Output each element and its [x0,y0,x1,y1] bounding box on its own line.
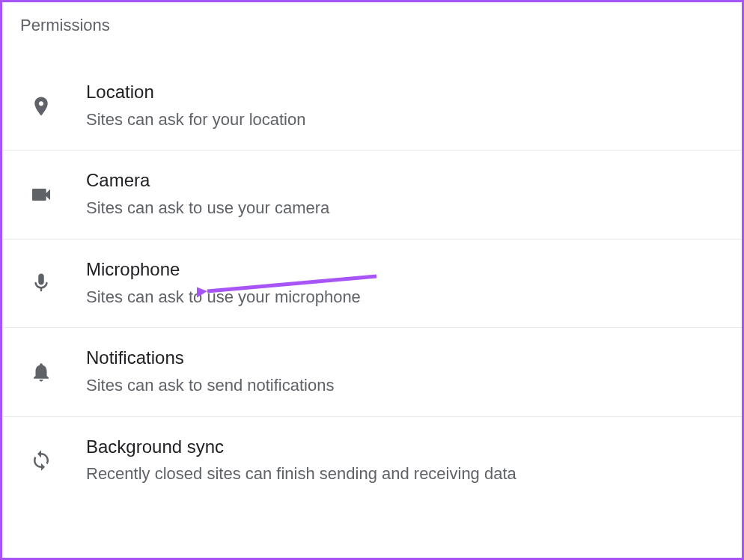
text-group: Notifications Sites can ask to send noti… [86,347,334,396]
item-title: Camera [86,170,329,192]
location-icon [28,93,55,120]
permission-item-background-sync[interactable]: Background sync Recently closed sites ca… [2,417,742,505]
microphone-icon [28,270,55,296]
section-title: Permissions [2,2,742,46]
permission-item-microphone[interactable]: Microphone Sites can ask to use your mic… [2,240,742,328]
item-subtitle: Recently closed sites can finish sending… [86,463,516,485]
item-subtitle: Sites can ask to send notifications [86,375,334,397]
item-title: Microphone [86,259,361,281]
permission-item-location[interactable]: Location Sites can ask for your location [2,62,742,150]
permission-item-camera[interactable]: Camera Sites can ask to use your camera [2,150,742,239]
text-group: Camera Sites can ask to use your camera [86,170,329,219]
item-subtitle: Sites can ask to use your microphone [86,287,361,308]
permissions-list: Location Sites can ask for your location… [2,46,742,505]
sync-icon [28,447,55,474]
permissions-panel: Permissions Location Sites can ask for y… [0,0,744,560]
text-group: Microphone Sites can ask to use your mic… [86,259,361,308]
item-subtitle: Sites can ask for your location [86,109,305,131]
camera-icon [28,181,55,208]
item-title: Location [86,82,305,103]
text-group: Location Sites can ask for your location [86,82,305,130]
notifications-icon [28,359,55,386]
item-title: Background sync [86,436,516,458]
item-subtitle: Sites can ask to use your camera [86,198,329,219]
permission-item-notifications[interactable]: Notifications Sites can ask to send noti… [2,328,742,416]
item-title: Notifications [86,347,334,369]
text-group: Background sync Recently closed sites ca… [86,436,516,485]
